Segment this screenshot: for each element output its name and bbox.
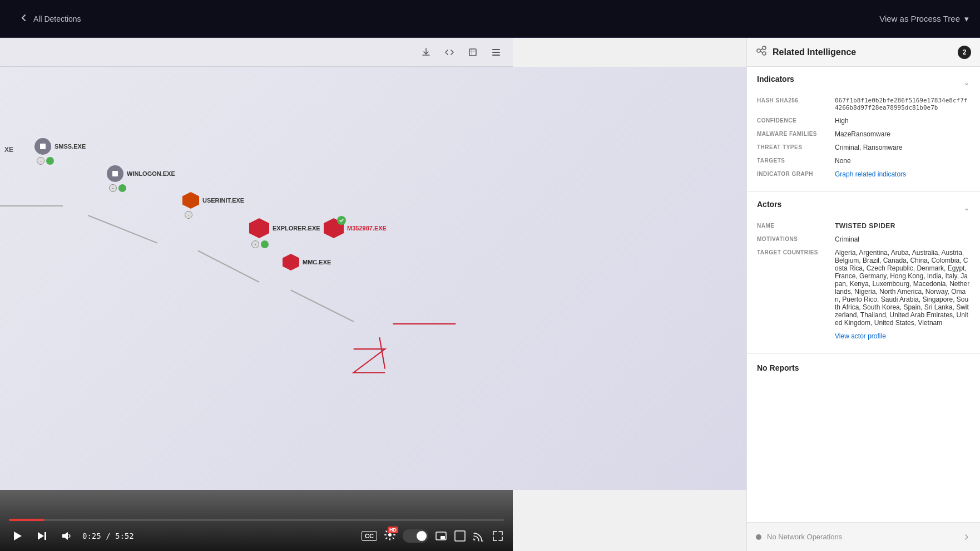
fullscreen-expand-icon[interactable]	[492, 530, 504, 542]
svg-rect-19	[455, 531, 465, 541]
fullscreen-icon[interactable]	[454, 530, 466, 542]
panel-header: Related Intelligence 2	[747, 38, 980, 67]
explorer-collapse-ctrl[interactable]: -	[251, 240, 259, 248]
pip-icon[interactable]	[435, 530, 447, 542]
more-options-icon[interactable]	[487, 43, 505, 61]
target-countries-value: Algeria, Argentina, Aruba, Australia, Au…	[835, 249, 970, 327]
svg-marker-15	[62, 532, 68, 540]
svg-marker-13	[38, 532, 44, 540]
smss-label: SMSS.EXE	[55, 143, 86, 150]
video-controls: 0:25 / 5:52 CC HD	[0, 490, 513, 551]
graph-panel: XE	[0, 38, 746, 551]
smss-node[interactable]: SMSS.EXE -	[34, 138, 86, 165]
targets-row: TARGETS None	[757, 157, 970, 165]
no-reports-section: No Reports	[747, 354, 980, 382]
target-countries-row: TARGET COUNTRIES Algeria, Argentina, Aru…	[757, 249, 970, 327]
play-button[interactable]	[9, 528, 26, 544]
count-badge: 2	[958, 46, 971, 59]
svg-line-24	[760, 51, 763, 53]
target-countries-label: TARGET COUNTRIES	[757, 249, 829, 255]
top-bar: All Detections View as Process Tree ▾	[0, 0, 980, 38]
cast-icon[interactable]	[473, 530, 485, 542]
graph-related-indicators-link[interactable]: Graph related indicators	[835, 170, 970, 178]
svg-rect-14	[44, 532, 46, 540]
svg-line-5	[88, 215, 157, 243]
motivations-row: MOTIVATIONS Criminal	[757, 235, 970, 243]
svg-line-23	[760, 49, 763, 51]
explorer-node[interactable]: EXPLORER.EXE -	[249, 218, 320, 248]
next-frame-button[interactable]	[33, 528, 50, 544]
svg-point-22	[763, 52, 766, 55]
main-area: XE	[0, 38, 980, 551]
expand-icon[interactable]	[464, 43, 482, 61]
view-process-tree-button[interactable]: View as Process Tree ▾	[879, 14, 969, 24]
no-reports-title: No Reports	[757, 363, 799, 372]
indicator-graph-row: INDICATOR GRAPH Graph related indicators	[757, 170, 970, 178]
view-actor-profile-spacer	[757, 332, 829, 333]
motivations-value: Criminal	[835, 235, 970, 243]
motivations-label: MOTIVATIONS	[757, 235, 829, 242]
progress-fill	[9, 519, 44, 521]
view-actor-profile-link[interactable]: View actor profile	[835, 332, 970, 340]
smss-status-dot	[46, 157, 54, 165]
hash-value: 067f1b8f1e0b2bfe286f5169e17834e8cf7f4266…	[835, 97, 970, 111]
dropdown-arrow-icon: ▾	[964, 14, 969, 24]
download-icon[interactable]	[417, 43, 435, 61]
panel-title: Related Intelligence	[773, 47, 952, 57]
back-arrow-icon	[19, 13, 29, 24]
mmc-icon	[283, 254, 299, 270]
winlogon-status-dot	[118, 184, 126, 192]
targets-label: TARGETS	[757, 157, 829, 164]
graph-canvas[interactable]: XE	[0, 67, 746, 490]
toggle-switch[interactable]	[403, 529, 428, 543]
smss-collapse-ctrl[interactable]: -	[37, 157, 44, 165]
m352987-checkmark	[337, 216, 346, 225]
actors-collapse-icon[interactable]: ⌄	[963, 203, 970, 212]
svg-rect-2	[492, 52, 500, 53]
volume-button[interactable]	[58, 528, 75, 544]
settings-button-group[interactable]: HD	[384, 529, 396, 543]
indicators-collapse-icon[interactable]: ⌄	[963, 78, 970, 87]
userinit-collapse-ctrl[interactable]: -	[185, 211, 192, 219]
hd-badge: HD	[388, 527, 398, 533]
winlogon-node[interactable]: WINLOGON.EXE -	[107, 165, 175, 192]
malware-families-row: MALWARE FAMILIES MazeRansomware	[757, 130, 970, 138]
threat-types-label: THREAT TYPES	[757, 144, 829, 150]
mmc-node[interactable]: MMC.EXE	[283, 254, 331, 270]
m352987-label: M352987.EXE	[347, 225, 387, 232]
mmc-label: MMC.EXE	[303, 259, 331, 265]
explorer-icon	[249, 218, 269, 238]
svg-rect-11	[112, 171, 118, 176]
userinit-node[interactable]: USERINIT.EXE -	[182, 192, 244, 219]
hash-row: HASH SHA256 067f1b8f1e0b2bfe286f5169e178…	[757, 97, 970, 111]
svg-line-9	[379, 337, 385, 369]
svg-rect-18	[440, 536, 445, 539]
confidence-value: High	[835, 117, 970, 125]
related-intelligence-icon	[756, 45, 767, 59]
progress-bar[interactable]	[9, 519, 504, 521]
indicators-title: Indicators	[757, 75, 794, 83]
hash-label: HASH SHA256	[757, 97, 829, 104]
toolbar	[0, 38, 513, 67]
actors-title: Actors	[757, 200, 781, 209]
view-process-tree-label: View as Process Tree	[879, 14, 960, 23]
svg-line-7	[291, 290, 354, 322]
svg-line-6	[198, 251, 259, 283]
malware-families-value: MazeRansomware	[835, 130, 970, 138]
winlogon-collapse-ctrl[interactable]: -	[109, 184, 117, 192]
actor-name-label: NAME	[757, 222, 829, 229]
network-ops-dot	[756, 534, 761, 540]
connection-lines	[0, 67, 746, 490]
view-actor-profile-row: View actor profile	[757, 332, 970, 340]
winlogon-icon	[107, 165, 123, 182]
m352987-node[interactable]: M352987.EXE	[324, 218, 387, 238]
svg-rect-0	[469, 49, 476, 56]
embed-icon[interactable]	[440, 43, 458, 61]
cc-button-group[interactable]: CC	[362, 531, 377, 541]
panel-content[interactable]: Indicators ⌄ HASH SHA256 067f1b8f1e0b2bf…	[747, 67, 980, 522]
explorer-label: EXPLORER.EXE	[273, 225, 320, 232]
cc-button[interactable]: CC	[362, 531, 377, 541]
all-detections-button[interactable]: All Detections	[11, 8, 89, 29]
network-ops-expand-icon[interactable]	[962, 533, 971, 542]
indicators-section: Indicators ⌄ HASH SHA256 067f1b8f1e0b2bf…	[747, 67, 980, 192]
